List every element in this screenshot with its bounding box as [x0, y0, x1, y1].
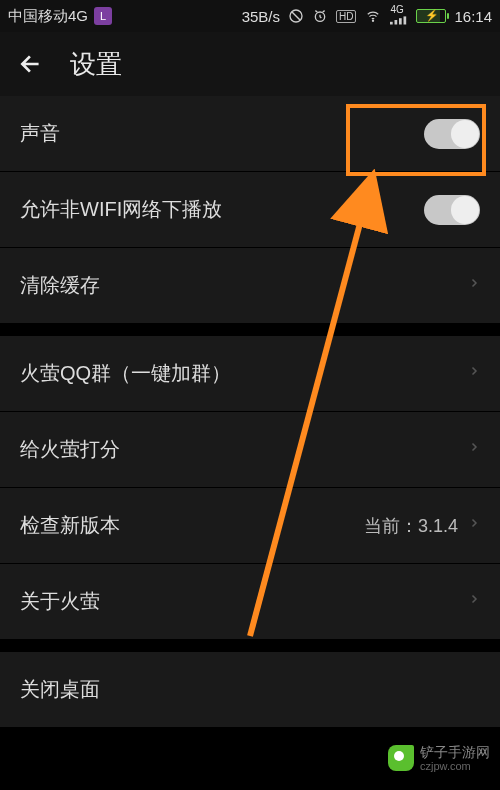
watermark-logo-icon	[388, 745, 414, 771]
row-clear-cache[interactable]: 清除缓存	[0, 248, 500, 324]
page-title: 设置	[70, 47, 122, 82]
row-label: 允许非WIFI网络下播放	[20, 196, 424, 223]
hd-icon: HD	[336, 10, 356, 23]
row-check-update[interactable]: 检查新版本 当前：3.1.4	[0, 488, 500, 564]
cellular-4g-icon: 4G	[390, 5, 408, 27]
chevron-right-icon	[468, 438, 480, 461]
app-header: 设置	[0, 32, 500, 96]
row-about[interactable]: 关于火萤	[0, 564, 500, 640]
chevron-right-icon	[468, 590, 480, 613]
network-speed: 35B/s	[242, 8, 280, 25]
carrier-label: 中国移动4G	[8, 7, 88, 26]
watermark-name: 铲子手游网	[420, 745, 490, 760]
svg-rect-4	[395, 20, 398, 25]
app-badge-icon: L	[94, 7, 112, 25]
svg-rect-3	[390, 22, 393, 25]
nonwifi-toggle[interactable]	[424, 195, 480, 225]
back-button[interactable]	[14, 47, 48, 81]
battery-icon: ⚡	[416, 9, 446, 23]
do-not-disturb-icon	[288, 8, 304, 24]
chevron-right-icon	[468, 274, 480, 297]
row-sound[interactable]: 声音	[0, 96, 500, 172]
sound-toggle[interactable]	[424, 119, 480, 149]
svg-rect-5	[399, 18, 402, 24]
row-label: 声音	[20, 120, 424, 147]
row-label: 检查新版本	[20, 512, 364, 539]
row-qq-group[interactable]: 火萤QQ群（一键加群）	[0, 336, 500, 412]
watermark: 铲子手游网 czjpw.com	[388, 745, 490, 772]
svg-point-2	[373, 20, 374, 21]
wifi-icon	[364, 9, 382, 23]
row-close-desktop[interactable]: 关闭桌面	[0, 652, 500, 728]
row-label: 关闭桌面	[20, 676, 480, 703]
chevron-right-icon	[468, 514, 480, 537]
version-label: 当前：3.1.4	[364, 514, 458, 538]
settings-list: 声音 允许非WIFI网络下播放 清除缓存 火萤QQ群（一键加群） 给火萤打分 检…	[0, 96, 500, 728]
alarm-icon	[312, 8, 328, 24]
watermark-url: czjpw.com	[420, 760, 490, 772]
row-label: 给火萤打分	[20, 436, 468, 463]
chevron-right-icon	[468, 362, 480, 385]
clock: 16:14	[454, 8, 492, 25]
row-label: 火萤QQ群（一键加群）	[20, 360, 468, 387]
row-label: 关于火萤	[20, 588, 468, 615]
row-label: 清除缓存	[20, 272, 468, 299]
arrow-left-icon	[18, 51, 44, 77]
status-bar: 中国移动4G L 35B/s HD 4G ⚡ 16:14	[0, 0, 500, 32]
row-rate-app[interactable]: 给火萤打分	[0, 412, 500, 488]
row-nonwifi-playback[interactable]: 允许非WIFI网络下播放	[0, 172, 500, 248]
svg-rect-6	[404, 16, 407, 24]
